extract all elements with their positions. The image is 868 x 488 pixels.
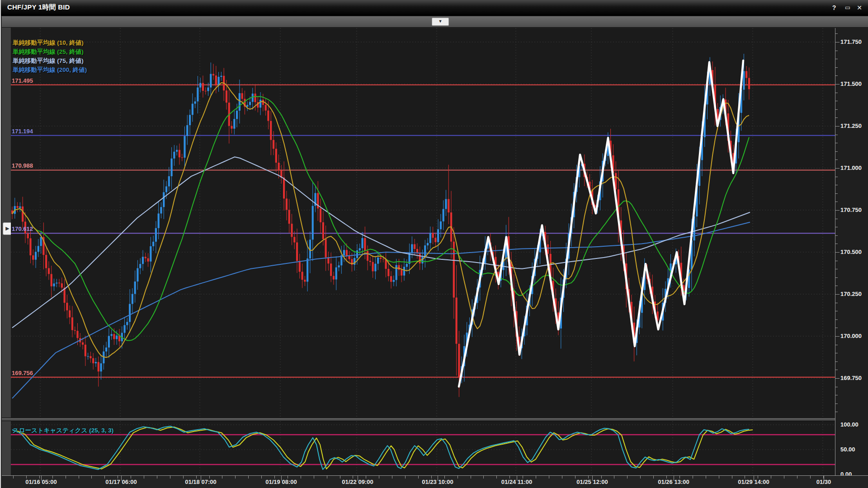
- axis-minor-tick: [835, 33, 838, 34]
- time-axis-label: 01/23 10:00: [422, 479, 453, 485]
- level-price-label: 171.194: [12, 128, 33, 135]
- app-window: CHF/JPY 1時間 BID ? ▭ ✕ ▼ ▶ 単純移動平均線 (10, 終…: [0, 0, 868, 488]
- stoch-chart-canvas[interactable]: [11, 421, 835, 475]
- zigzag-overlay[interactable]: [459, 61, 743, 387]
- time-minor-tick: [483, 476, 484, 479]
- time-minor-tick: [810, 476, 811, 479]
- time-minor-tick: [614, 476, 614, 479]
- time-axis-label: 01/17 06:00: [105, 479, 137, 485]
- collapse-panel-button[interactable]: ▼: [432, 18, 449, 26]
- price-axis-label: 171.000: [840, 164, 862, 171]
- axis-minor-tick: [835, 51, 838, 51]
- price-axis-label: 170.500: [840, 249, 862, 255]
- time-minor-tick: [693, 476, 693, 479]
- axis-minor-tick: [835, 227, 838, 227]
- time-minor-tick: [653, 476, 654, 479]
- time-minor-tick: [771, 476, 771, 479]
- time-minor-tick: [327, 476, 327, 479]
- time-minor-tick: [536, 476, 536, 479]
- level-price-label: 169.756: [12, 370, 33, 376]
- time-axis-label: 01/26 13:00: [658, 479, 689, 485]
- ma25-line: [12, 96, 749, 340]
- time-axis-label: 01/19 08:00: [265, 479, 297, 485]
- axis-minor-tick: [835, 286, 838, 286]
- axis-minor-tick: [835, 328, 838, 328]
- price-axis-label: 171.750: [840, 38, 862, 45]
- time-axis-label: 01/24 11:00: [501, 479, 533, 485]
- axis-minor-tick: [835, 117, 838, 118]
- axis-minor-tick: [835, 75, 838, 76]
- time-axis-label: 01/25 12:00: [576, 479, 608, 485]
- price-axis-label: 171.500: [840, 80, 862, 87]
- axis-minor-tick: [835, 361, 838, 362]
- time-axis-label: 01/16 05:00: [25, 479, 57, 485]
- axis-minor-tick: [835, 353, 838, 353]
- time-minor-tick: [248, 476, 249, 479]
- time-minor-tick: [183, 476, 184, 479]
- time-axis[interactable]: 01/16 05:0001/17 06:0001/18 07:0001/19 0…: [2, 475, 868, 488]
- time-minor-tick: [261, 476, 262, 479]
- help-button[interactable]: ?: [829, 3, 839, 13]
- axis-major-tick: [835, 126, 840, 127]
- time-minor-tick: [144, 476, 144, 479]
- window-title: CHF/JPY 1時間 BID: [7, 3, 70, 12]
- time-minor-tick: [170, 476, 170, 479]
- price-axis-label: 169.750: [840, 375, 862, 381]
- ma-legend-item: 単純移動平均線 (200, 終値): [13, 66, 87, 75]
- axis-minor-tick: [835, 277, 838, 278]
- time-minor-tick: [418, 476, 419, 479]
- time-minor-tick: [797, 476, 797, 479]
- axis-minor-tick: [835, 59, 838, 59]
- axis-minor-tick: [835, 370, 838, 370]
- main-chart-canvas[interactable]: [11, 28, 835, 418]
- time-minor-tick: [706, 476, 706, 479]
- axis-minor-tick: [835, 109, 838, 110]
- price-axis[interactable]: 171.750171.500171.250171.000170.750170.5…: [835, 28, 868, 475]
- axis-major-tick: [835, 42, 840, 42]
- close-button[interactable]: ✕: [854, 3, 864, 13]
- stoch-slow-line: [16, 427, 753, 469]
- level-price-label: 170.988: [12, 162, 33, 169]
- time-axis-label: 01/18 07:00: [185, 479, 216, 485]
- time-minor-tick: [458, 476, 458, 479]
- time-minor-tick: [405, 476, 406, 479]
- axis-minor-tick: [835, 311, 838, 311]
- axis-minor-tick: [835, 404, 838, 404]
- axis-minor-tick: [835, 269, 838, 269]
- time-minor-tick: [562, 476, 562, 479]
- pane-separator[interactable]: [2, 418, 868, 421]
- axis-minor-tick: [835, 202, 838, 202]
- time-minor-tick: [104, 476, 105, 479]
- time-minor-tick: [157, 476, 157, 479]
- axis-minor-tick: [835, 345, 838, 345]
- time-minor-tick: [627, 476, 627, 479]
- ma-legend: 単純移動平均線 (10, 終値)単純移動平均線 (25, 終値)単純移動平均線 …: [13, 39, 87, 75]
- title-bar[interactable]: CHF/JPY 1時間 BID ? ▭ ✕: [1, 0, 868, 16]
- time-minor-tick: [301, 476, 301, 479]
- level-price-label: 171.495: [12, 77, 33, 84]
- time-minor-tick: [719, 476, 719, 479]
- time-minor-tick: [379, 476, 379, 479]
- axis-minor-tick: [835, 395, 838, 395]
- chevron-right-icon: ▶: [5, 225, 9, 231]
- time-minor-tick: [575, 476, 576, 479]
- time-minor-tick: [66, 476, 66, 479]
- axis-major-tick: [835, 252, 840, 253]
- time-minor-tick: [784, 476, 784, 479]
- maximize-button[interactable]: ▭: [843, 3, 853, 13]
- axis-minor-tick: [835, 244, 838, 244]
- candle-wicks: [12, 54, 749, 397]
- axis-major-tick: [835, 210, 840, 211]
- axis-minor-tick: [835, 235, 838, 236]
- axis-minor-tick: [835, 160, 838, 160]
- stochastics-pane: [11, 421, 835, 475]
- time-minor-tick: [549, 476, 549, 479]
- ma-legend-item: 単純移動平均線 (10, 終値): [13, 39, 87, 48]
- time-minor-tick: [732, 476, 732, 479]
- main-price-pane: [11, 28, 835, 418]
- time-minor-tick: [392, 476, 392, 479]
- axis-minor-tick: [835, 319, 838, 320]
- stoch-axis-label: 50.00: [840, 446, 855, 453]
- ma-legend-item: 単純移動平均線 (75, 終値): [13, 57, 87, 66]
- axis-major-tick: [835, 336, 840, 337]
